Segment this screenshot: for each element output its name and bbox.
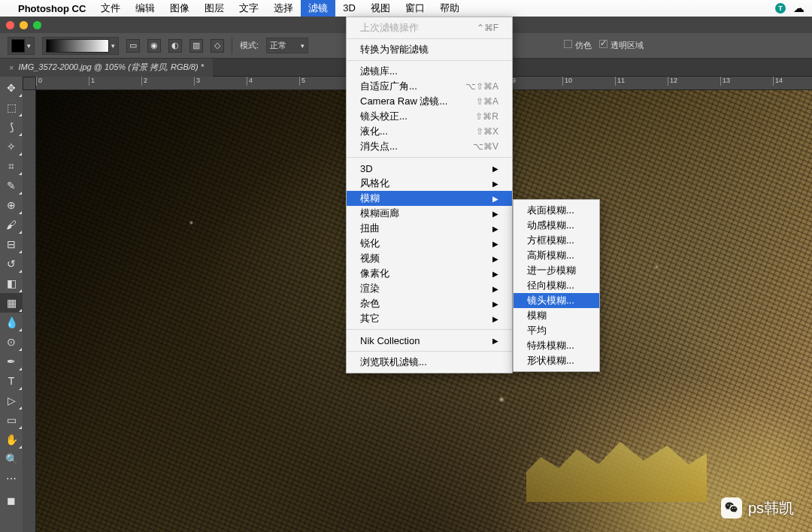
- menu-filter[interactable]: 滤镜: [301, 0, 335, 17]
- menu-adaptive-wide[interactable]: 自适应广角...⌥⇧⌘A: [347, 79, 512, 94]
- tools-panel: ✥ ⬚ ⟆ ✧ ⌗ ✎ ⊕ 🖌 ⊟ ↺ ◧ ▦ 💧 ⊙ ✒ T ▷ ▭ ✋ 🔍 …: [0, 77, 23, 532]
- wechat-icon: [721, 497, 742, 518]
- menu-edit[interactable]: 编辑: [128, 0, 162, 17]
- gradient-diamond-icon[interactable]: ◇: [211, 39, 224, 53]
- menu-filter-gallery[interactable]: 滤镜库...: [347, 64, 512, 79]
- tool-move[interactable]: ✥: [0, 78, 23, 98]
- menu-distort[interactable]: 扭曲▶: [347, 221, 512, 236]
- tool-brush[interactable]: 🖌: [0, 215, 23, 234]
- tool-dodge[interactable]: ⊙: [0, 332, 23, 352]
- blur-submenu: 表面模糊... 动感模糊... 方框模糊... 高斯模糊... 进一步模糊 径向…: [513, 199, 600, 372]
- blur-basic[interactable]: 模糊: [514, 308, 599, 323]
- menu-lens-correction[interactable]: 镜头校正...⇧⌘R: [347, 109, 512, 124]
- blur-gaussian[interactable]: 高斯模糊...: [514, 248, 599, 263]
- tool-blur[interactable]: 💧: [0, 313, 23, 332]
- menu-other[interactable]: 其它▶: [347, 311, 512, 326]
- menu-pixelate[interactable]: 像素化▶: [347, 266, 512, 281]
- app-name[interactable]: Photoshop CC: [11, 3, 93, 14]
- zoom-button[interactable]: [33, 21, 41, 29]
- menubar-tray: T ☁: [775, 2, 804, 15]
- tool-magic-wand[interactable]: ✧: [0, 137, 23, 156]
- close-button[interactable]: [6, 21, 14, 29]
- gradient-linear-icon[interactable]: ▭: [126, 39, 140, 53]
- menu-type[interactable]: 文字: [232, 0, 266, 17]
- mac-menubar: Photoshop CC 文件 编辑 图像 图层 文字 选择 滤镜 3D 视图 …: [0, 0, 812, 17]
- menu-blur[interactable]: 模糊▶: [347, 191, 512, 206]
- blur-smart[interactable]: 特殊模糊...: [514, 338, 599, 353]
- ruler-origin[interactable]: [23, 77, 36, 90]
- tool-marquee[interactable]: ⬚: [0, 98, 23, 117]
- ruler-vertical[interactable]: [23, 90, 36, 532]
- tool-shape[interactable]: ▭: [0, 410, 23, 430]
- tray-wechat-icon[interactable]: ☁: [793, 2, 804, 15]
- menu-last-filter: 上次滤镜操作⌃⌘F: [347, 20, 512, 35]
- menu-view[interactable]: 视图: [363, 0, 398, 17]
- menu-3d[interactable]: 3D▶: [347, 161, 512, 176]
- tool-hand[interactable]: ✋: [0, 430, 23, 449]
- menu-sharpen[interactable]: 锐化▶: [347, 236, 512, 251]
- mode-label: 模式:: [240, 40, 259, 51]
- tool-gradient[interactable]: ▦: [0, 293, 23, 313]
- menu-help[interactable]: 帮助: [432, 0, 467, 17]
- menu-window[interactable]: 窗口: [398, 0, 432, 17]
- tool-history-brush[interactable]: ↺: [0, 254, 23, 274]
- color-swatches[interactable]: ◼: [0, 488, 23, 512]
- tool-zoom[interactable]: 🔍: [0, 449, 23, 469]
- mode-dropdown[interactable]: 正常▾: [266, 38, 308, 53]
- menu-image[interactable]: 图像: [162, 0, 197, 17]
- tray-icon-1[interactable]: T: [775, 3, 786, 14]
- tool-preset-picker[interactable]: ▾: [8, 37, 35, 55]
- menu-browse-online[interactable]: 浏览联机滤镜...: [347, 355, 512, 370]
- tool-path-select[interactable]: ▷: [0, 391, 23, 410]
- document-tab[interactable]: × IMG_3572-2000.jpg @ 105% (背景 拷贝, RGB/8…: [0, 59, 213, 77]
- gradient-picker[interactable]: ▾: [42, 37, 119, 55]
- blur-average[interactable]: 平均: [514, 323, 599, 338]
- blur-surface[interactable]: 表面模糊...: [514, 203, 599, 218]
- menu-3d[interactable]: 3D: [335, 0, 363, 17]
- menu-convert-smart[interactable]: 转换为智能滤镜: [347, 42, 512, 57]
- gradient-angle-icon[interactable]: ◐: [168, 39, 182, 53]
- menu-camera-raw[interactable]: Camera Raw 滤镜...⇧⌘A: [347, 94, 512, 109]
- tool-edit-toolbar[interactable]: ⋯: [0, 469, 23, 488]
- tool-healing[interactable]: ⊕: [0, 195, 23, 215]
- menu-nik-collection[interactable]: Nik Collection▶: [347, 333, 512, 348]
- blur-shape[interactable]: 形状模糊...: [514, 353, 599, 368]
- tab-label: IMG_3572-2000.jpg @ 105% (背景 拷贝, RGB/8) …: [18, 62, 204, 73]
- tool-stamp[interactable]: ⊟: [0, 234, 23, 254]
- tool-crop[interactable]: ⌗: [0, 156, 23, 176]
- menu-noise[interactable]: 杂色▶: [347, 296, 512, 311]
- menu-liquify[interactable]: 液化...⇧⌘X: [347, 124, 512, 139]
- menu-file[interactable]: 文件: [93, 0, 128, 17]
- blur-lens[interactable]: 镜头模糊...: [514, 293, 599, 308]
- watermark-text: ps韩凯: [748, 498, 794, 518]
- window-controls: [6, 21, 41, 29]
- blur-more[interactable]: 进一步模糊: [514, 263, 599, 278]
- minimize-button[interactable]: [20, 21, 28, 29]
- menu-vanishing-point[interactable]: 消失点...⌥⌘V: [347, 139, 512, 154]
- close-tab-icon[interactable]: ×: [9, 63, 14, 72]
- tool-eraser[interactable]: ◧: [0, 274, 23, 293]
- menu-video[interactable]: 视频▶: [347, 251, 512, 266]
- watermark: ps韩凯: [721, 497, 794, 518]
- tool-lasso[interactable]: ⟆: [0, 117, 23, 137]
- dither-checkbox[interactable]: 仿色: [564, 40, 592, 51]
- tool-type[interactable]: T: [0, 371, 23, 391]
- menu-blur-gallery[interactable]: 模糊画廊▶: [347, 206, 512, 221]
- menu-layer[interactable]: 图层: [197, 0, 232, 17]
- gradient-reflected-icon[interactable]: ▥: [189, 39, 203, 53]
- menu-render[interactable]: 渲染▶: [347, 281, 512, 296]
- tool-eyedropper[interactable]: ✎: [0, 176, 23, 195]
- blur-motion[interactable]: 动感模糊...: [514, 218, 599, 233]
- transparency-checkbox[interactable]: 透明区域: [599, 40, 644, 51]
- blur-radial[interactable]: 径向模糊...: [514, 278, 599, 293]
- tool-pen[interactable]: ✒: [0, 352, 23, 371]
- menu-stylize[interactable]: 风格化▶: [347, 176, 512, 191]
- filter-menu: 上次滤镜操作⌃⌘F 转换为智能滤镜 滤镜库... 自适应广角...⌥⇧⌘A Ca…: [346, 17, 513, 373]
- blur-box[interactable]: 方框模糊...: [514, 233, 599, 248]
- menu-select[interactable]: 选择: [266, 0, 301, 17]
- gradient-radial-icon[interactable]: ◉: [147, 39, 161, 53]
